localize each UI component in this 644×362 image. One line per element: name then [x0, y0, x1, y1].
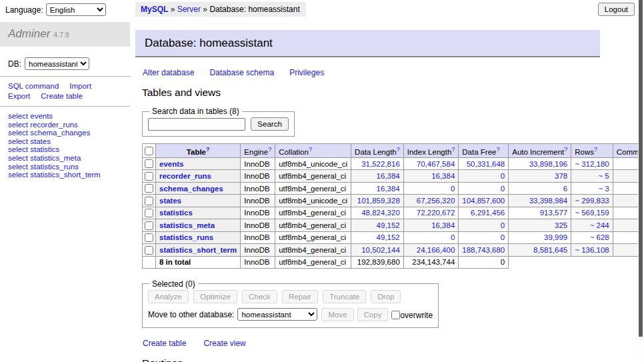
row-checkbox[interactable]: [145, 221, 153, 230]
column-help-link[interactable]: ?: [496, 146, 499, 153]
sidebar-action-export[interactable]: Export: [8, 92, 30, 100]
data-length-link[interactable]: 48,824,320: [361, 209, 400, 217]
row-checkbox[interactable]: [145, 172, 153, 181]
create-table-link[interactable]: Create table: [143, 339, 186, 348]
rows-link[interactable]: ~ 5: [598, 172, 609, 180]
row-checkbox[interactable]: [145, 233, 153, 242]
data-free-link[interactable]: 6,291,456: [471, 209, 505, 217]
data-length-link[interactable]: 10,502,144: [361, 246, 400, 254]
sidebar-select-events[interactable]: select events: [8, 112, 130, 121]
auto-increment-link[interactable]: 33,898,196: [529, 160, 568, 168]
index-length-link[interactable]: 0: [451, 185, 455, 193]
row-checkbox[interactable]: [145, 197, 153, 205]
data-free-link[interactable]: 104,857,600: [462, 197, 505, 205]
auto-increment-link[interactable]: 8,581,645: [533, 246, 567, 254]
db-select[interactable]: homeassistant: [25, 57, 89, 70]
data-free-link[interactable]: 50,331,648: [467, 160, 505, 168]
data-length-link[interactable]: 49,152: [377, 221, 400, 229]
move-button[interactable]: Move: [321, 308, 353, 321]
sidebar-action-create-table[interactable]: Create table: [41, 92, 83, 100]
column-help-link[interactable]: ?: [564, 146, 567, 153]
sidebar-select-statistics[interactable]: select statistics: [8, 145, 130, 154]
sidebar-select-recorder-runs[interactable]: select recorder_runs: [8, 121, 130, 129]
column-help-link[interactable]: ?: [397, 146, 400, 153]
sidebar-action-import[interactable]: Import: [69, 82, 91, 90]
column-help-link[interactable]: ?: [309, 146, 312, 153]
rows-link[interactable]: ~ 628: [590, 233, 609, 241]
table-link[interactable]: statistics: [159, 209, 193, 217]
sidebar-select-schema-changes[interactable]: select schema_changes: [8, 129, 130, 137]
rows-link[interactable]: ~ 136,108: [575, 246, 609, 254]
data-free-link[interactable]: 188,743,680: [462, 246, 505, 254]
privileges-link[interactable]: Privileges: [289, 68, 324, 77]
row-checkbox[interactable]: [145, 159, 153, 168]
move-db-select[interactable]: homeassistant: [237, 308, 317, 321]
drop-button[interactable]: Drop: [371, 290, 401, 303]
logout-button[interactable]: Logout: [598, 3, 635, 16]
data-length-link[interactable]: 49,152: [377, 233, 400, 241]
index-length-link[interactable]: 67,256,320: [417, 197, 455, 205]
rows-link[interactable]: ~ 299,833: [575, 197, 609, 205]
index-length-link[interactable]: 70,467,584: [417, 160, 455, 168]
overwrite-checkbox[interactable]: [391, 311, 400, 319]
sidebar-select-states[interactable]: select states: [8, 137, 130, 146]
search-input[interactable]: [148, 118, 245, 131]
table-link[interactable]: states: [159, 197, 181, 205]
column-help-link[interactable]: ?: [451, 146, 455, 153]
adminer-logo-link[interactable]: Adminer: [8, 27, 50, 40]
row-checkbox[interactable]: [145, 184, 153, 193]
select-all-checkbox[interactable]: [145, 147, 153, 155]
repair-button[interactable]: Repair: [282, 290, 318, 303]
index-length-link[interactable]: 24,166,400: [417, 246, 455, 254]
index-length-link[interactable]: 72,220,672: [417, 209, 455, 217]
column-help-link[interactable]: ?: [268, 146, 271, 153]
truncate-button[interactable]: Truncate: [323, 290, 366, 303]
index-length-link[interactable]: 16,384: [431, 172, 455, 180]
column-help-link[interactable]: ?: [206, 146, 210, 153]
column-help-link[interactable]: ?: [594, 146, 597, 153]
copy-button[interactable]: Copy: [357, 308, 389, 321]
row-checkbox[interactable]: [145, 209, 153, 217]
auto-increment-link[interactable]: 378: [555, 172, 567, 180]
data-free-link[interactable]: 0: [501, 185, 505, 193]
index-length-link[interactable]: 0: [451, 233, 455, 241]
auto-increment-link[interactable]: 39,999: [544, 233, 567, 241]
breadcrumb-link-mysql[interactable]: MySQL: [141, 5, 168, 14]
data-length-link[interactable]: 16,384: [377, 172, 400, 180]
database-schema-link[interactable]: Database schema: [209, 68, 274, 77]
vertical-scrollbar[interactable]: [638, 0, 644, 362]
table-link[interactable]: statistics_short_term: [159, 246, 237, 254]
data-length-link[interactable]: 101,859,328: [357, 197, 400, 205]
rows-link[interactable]: ~ 244: [590, 221, 609, 229]
breadcrumb-link-server[interactable]: Server: [177, 5, 201, 14]
table-link[interactable]: statistics_meta: [159, 221, 215, 229]
optimize-button[interactable]: Optimize: [193, 290, 237, 303]
auto-increment-link[interactable]: 6: [563, 185, 567, 193]
language-select[interactable]: English: [46, 3, 106, 16]
table-link[interactable]: schema_changes: [159, 185, 223, 193]
data-free-link[interactable]: 0: [501, 221, 505, 229]
row-checkbox[interactable]: [145, 246, 153, 255]
sidebar-select-statistics-meta[interactable]: select statistics_meta: [8, 154, 130, 163]
search-button[interactable]: Search: [251, 117, 288, 131]
table-link[interactable]: statistics_runs: [159, 233, 213, 241]
auto-increment-link[interactable]: 913,577: [540, 209, 568, 217]
rows-link[interactable]: ~ 312,180: [575, 160, 609, 168]
create-view-link[interactable]: Create view: [203, 339, 245, 348]
data-free-link[interactable]: 0: [501, 233, 505, 241]
auto-increment-link[interactable]: 325: [555, 221, 567, 229]
analyze-button[interactable]: Analyze: [148, 290, 189, 303]
sidebar-action-sql-command[interactable]: SQL command: [8, 82, 59, 90]
auto-increment-link[interactable]: 33,398,984: [529, 197, 568, 205]
rows-link[interactable]: ~ 569,159: [575, 209, 609, 217]
check-button[interactable]: Check: [242, 290, 277, 303]
index-length-link[interactable]: 16,384: [431, 221, 455, 229]
alter-database-link[interactable]: Alter database: [143, 68, 194, 77]
scrollbar-thumb[interactable]: [639, 0, 643, 337]
data-length-link[interactable]: 31,522,816: [361, 160, 400, 168]
sidebar-select-statistics-runs[interactable]: select statistics_runs: [8, 163, 130, 171]
data-free-link[interactable]: 0: [501, 172, 505, 180]
sidebar-select-statistics-short-term[interactable]: select statistics_short_term: [8, 171, 130, 179]
rows-link[interactable]: ~ 3: [598, 185, 609, 193]
data-length-link[interactable]: 16,384: [377, 185, 400, 193]
